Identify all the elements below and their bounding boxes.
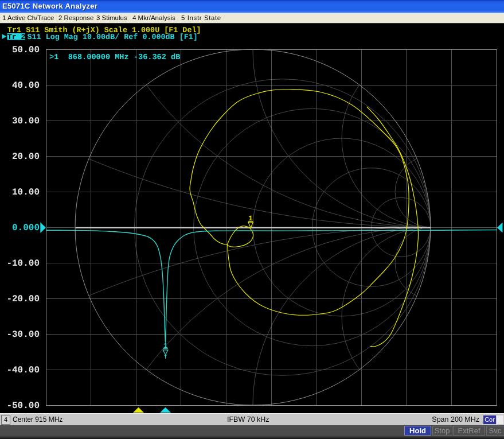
svg-text:30.00: 30.00 <box>12 116 40 126</box>
svg-text:-40.00: -40.00 <box>6 365 40 375</box>
svg-text:0.000: 0.000 <box>12 223 40 233</box>
svg-text:1: 1 <box>163 342 168 350</box>
svg-text:S11 Log Mag 10.00dB/ Ref 0.000: S11 Log Mag 10.00dB/ Ref 0.000dB [F1] <box>28 33 198 42</box>
svg-text:-50.00: -50.00 <box>6 401 40 411</box>
svg-text:20.00: 20.00 <box>12 151 40 162</box>
svg-text:-10.00: -10.00 <box>6 258 40 269</box>
svg-text:>1 868.00000 MHz -36.362 dB: >1 868.00000 MHz -36.362 dB <box>49 53 180 62</box>
svg-text:-30.00: -30.00 <box>6 329 40 340</box>
svg-text:40.00: 40.00 <box>12 80 40 91</box>
svg-text:10.00: 10.00 <box>12 187 40 197</box>
svg-text:50.00: 50.00 <box>12 45 40 55</box>
svg-text:-20.00: -20.00 <box>6 294 40 304</box>
svg-text:Tr 2: Tr 2 <box>7 33 25 41</box>
